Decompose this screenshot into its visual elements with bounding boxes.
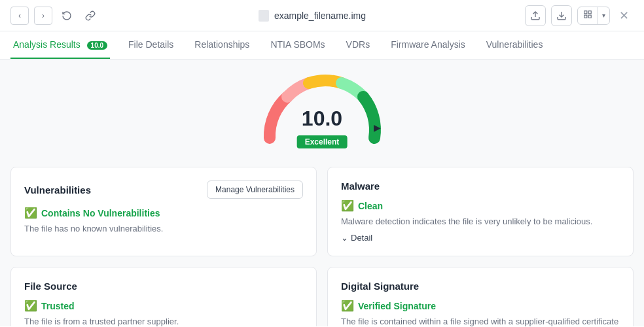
- vulnerabilities-card: Vulnerabilities Manage Vulnerabilities ✅…: [10, 167, 317, 256]
- svg-rect-5: [584, 15, 587, 18]
- digital-signature-check-icon: ✅: [341, 300, 354, 312]
- malware-card: Malware ✅ Clean Malware detection indica…: [327, 167, 634, 256]
- tab-file-details[interactable]: File Details: [126, 31, 176, 59]
- gauge-arrow-icon: ▶: [374, 122, 381, 133]
- malware-status-text: Clean: [358, 201, 383, 211]
- file-source-card-header: File Source: [24, 281, 303, 292]
- vulnerabilities-check-icon: ✅: [24, 207, 37, 219]
- digital-signature-card: Digital Signature ✅ Verified Signature T…: [327, 267, 634, 326]
- nav-controls: ‹ ›: [10, 7, 99, 25]
- tab-bar: Analysis Results 10.0 File Details Relat…: [0, 31, 644, 60]
- vulnerabilities-description: The file has no known vulnerabilities.: [24, 223, 303, 235]
- tab-vulnerabilities[interactable]: Vulnerabilities: [484, 31, 546, 59]
- malware-detail-label: Detail: [351, 233, 372, 243]
- tab-vdrs[interactable]: VDRs: [344, 31, 373, 59]
- manage-vulnerabilities-button[interactable]: Manage Vulnerabilities: [207, 181, 303, 199]
- vulnerabilities-status: ✅ Contains No Vulnerabilities: [24, 207, 303, 219]
- toolbar-right: ▾ ✕: [525, 5, 634, 26]
- digital-signature-description: The file is contained within a file sign…: [341, 316, 620, 326]
- download-button[interactable]: [551, 5, 572, 26]
- svg-rect-4: [588, 15, 591, 18]
- file-source-card-title: File Source: [24, 281, 77, 292]
- dropdown-arrow-icon: ▾: [598, 9, 609, 22]
- top-bar: ‹ › example_filename.img: [0, 0, 644, 31]
- digital-signature-status-text: Verified Signature: [358, 301, 436, 311]
- tab-relationships[interactable]: Relationships: [192, 31, 252, 59]
- vulnerabilities-card-title: Vulnerabilities: [24, 184, 91, 196]
- gauge-label: Excellent: [297, 135, 348, 148]
- svg-rect-2: [584, 10, 587, 13]
- analysis-badge: 10.0: [87, 41, 107, 50]
- malware-chevron-icon: ⌄: [341, 233, 348, 243]
- malware-status: ✅ Clean: [341, 199, 620, 212]
- filename: example_filename.img: [274, 10, 366, 21]
- tab-analysis-results[interactable]: Analysis Results 10.0: [10, 31, 110, 59]
- more-actions-icon: [578, 7, 598, 24]
- file-source-status-text: Trusted: [41, 301, 75, 311]
- gauge-section: 10.0 Excellent ▶: [10, 73, 634, 151]
- malware-detail-link[interactable]: ⌄ Detail: [341, 233, 620, 243]
- file-icon: [259, 10, 269, 22]
- cards-grid: Vulnerabilities Manage Vulnerabilities ✅…: [10, 167, 634, 326]
- vulnerabilities-card-header: Vulnerabilities Manage Vulnerabilities: [24, 181, 303, 199]
- refresh-button[interactable]: [58, 7, 76, 25]
- tab-firmware-analysis[interactable]: Firmware Analysis: [388, 31, 468, 59]
- back-button[interactable]: ‹: [10, 7, 29, 25]
- malware-check-icon: ✅: [341, 199, 354, 212]
- digital-signature-card-header: Digital Signature: [341, 281, 620, 292]
- gauge-score: 10.0: [302, 107, 342, 131]
- tab-ntia-sboms[interactable]: NTIA SBOMs: [268, 31, 327, 59]
- malware-description: Malware detection indicates the file is …: [341, 216, 620, 228]
- gauge-container: 10.0 Excellent ▶: [257, 73, 387, 151]
- file-source-status: ✅ Trusted: [24, 300, 303, 312]
- malware-card-header: Malware: [341, 181, 620, 192]
- vulnerabilities-status-text: Contains No Vulnerabilities: [41, 208, 160, 218]
- digital-signature-card-title: Digital Signature: [341, 281, 419, 292]
- more-actions-dropdown[interactable]: ▾: [577, 7, 610, 25]
- upload-button[interactable]: [525, 5, 546, 26]
- file-source-check-icon: ✅: [24, 300, 37, 312]
- file-source-description: The file is from a trusted partner suppl…: [24, 316, 303, 326]
- link-button[interactable]: [81, 7, 99, 25]
- forward-button[interactable]: ›: [34, 7, 52, 25]
- svg-rect-3: [588, 10, 591, 13]
- close-button[interactable]: ✕: [615, 7, 634, 25]
- malware-card-title: Malware: [341, 181, 380, 192]
- file-source-card: File Source ✅ Trusted The file is from a…: [10, 267, 317, 326]
- main-content: 10.0 Excellent ▶ Vulnerabilities Manage …: [0, 60, 644, 326]
- filename-area: example_filename.img: [259, 10, 366, 22]
- digital-signature-status: ✅ Verified Signature: [341, 300, 620, 312]
